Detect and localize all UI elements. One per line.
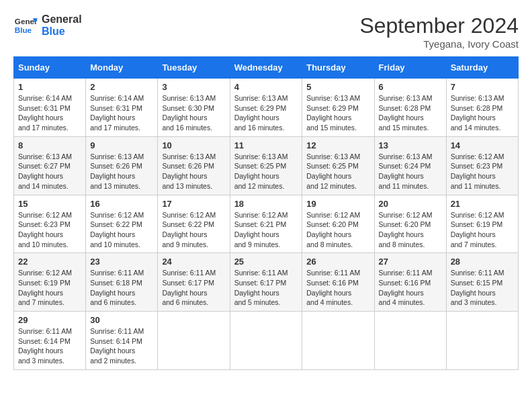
day-number: 12 xyxy=(306,140,369,150)
day-info: Sunrise: 6:13 AM Sunset: 6:27 PM Dayligh… xyxy=(18,152,81,191)
col-tuesday: Tuesday xyxy=(158,57,230,79)
table-row: 30 Sunrise: 6:11 AM Sunset: 6:14 PM Dayl… xyxy=(86,312,158,370)
day-number: 16 xyxy=(90,199,153,209)
day-info: Sunrise: 6:13 AM Sunset: 6:26 PM Dayligh… xyxy=(90,152,153,191)
logo: General Blue General Blue xyxy=(13,13,82,38)
day-number: 13 xyxy=(379,140,442,150)
calendar-week-row: 8 Sunrise: 6:13 AM Sunset: 6:27 PM Dayli… xyxy=(14,136,519,195)
location: Tyegana, Ivory Coast xyxy=(359,38,519,50)
col-monday: Monday xyxy=(86,57,158,79)
day-number: 4 xyxy=(234,82,298,92)
table-row: 4 Sunrise: 6:13 AM Sunset: 6:29 PM Dayli… xyxy=(230,79,302,137)
day-number: 22 xyxy=(18,257,81,267)
calendar-table: Sunday Monday Tuesday Wednesday Thursday… xyxy=(13,56,519,370)
table-row: 20 Sunrise: 6:12 AM Sunset: 6:20 PM Dayl… xyxy=(374,195,446,253)
table-row: 13 Sunrise: 6:13 AM Sunset: 6:24 PM Dayl… xyxy=(374,136,446,195)
table-row: 25 Sunrise: 6:11 AM Sunset: 6:17 PM Dayl… xyxy=(230,253,302,312)
logo-blue: Blue xyxy=(42,26,82,38)
day-number: 25 xyxy=(234,257,298,267)
day-number: 6 xyxy=(379,82,442,92)
col-friday: Friday xyxy=(374,57,446,79)
table-row: 7 Sunrise: 6:13 AM Sunset: 6:28 PM Dayli… xyxy=(446,79,518,137)
day-number: 24 xyxy=(162,257,225,267)
day-number: 26 xyxy=(306,257,369,267)
day-info: Sunrise: 6:11 AM Sunset: 6:15 PM Dayligh… xyxy=(451,268,514,308)
day-info: Sunrise: 6:13 AM Sunset: 6:29 PM Dayligh… xyxy=(306,93,369,133)
table-row: 1 Sunrise: 6:14 AM Sunset: 6:31 PM Dayli… xyxy=(14,79,86,137)
table-row: 9 Sunrise: 6:13 AM Sunset: 6:26 PM Dayli… xyxy=(86,136,158,195)
day-info: Sunrise: 6:12 AM Sunset: 6:19 PM Dayligh… xyxy=(18,268,81,308)
col-wednesday: Wednesday xyxy=(230,57,302,79)
day-number: 5 xyxy=(306,82,369,92)
day-info: Sunrise: 6:12 AM Sunset: 6:20 PM Dayligh… xyxy=(379,210,442,250)
day-number: 30 xyxy=(90,315,153,325)
svg-text:Blue: Blue xyxy=(15,26,32,34)
day-info: Sunrise: 6:12 AM Sunset: 6:23 PM Dayligh… xyxy=(18,210,81,250)
day-number: 29 xyxy=(18,315,81,325)
calendar-week-row: 1 Sunrise: 6:14 AM Sunset: 6:31 PM Dayli… xyxy=(14,79,519,137)
table-row: 15 Sunrise: 6:12 AM Sunset: 6:23 PM Dayl… xyxy=(14,195,86,253)
day-info: Sunrise: 6:11 AM Sunset: 6:14 PM Dayligh… xyxy=(90,326,153,366)
table-row: 28 Sunrise: 6:11 AM Sunset: 6:15 PM Dayl… xyxy=(446,253,518,312)
svg-text:General: General xyxy=(15,17,38,26)
page-header: General Blue General Blue September 2024… xyxy=(13,13,519,50)
table-row: 29 Sunrise: 6:11 AM Sunset: 6:14 PM Dayl… xyxy=(14,312,86,370)
table-row: 27 Sunrise: 6:11 AM Sunset: 6:16 PM Dayl… xyxy=(374,253,446,312)
day-number: 17 xyxy=(162,199,225,209)
table-row: 14 Sunrise: 6:12 AM Sunset: 6:23 PM Dayl… xyxy=(446,136,518,195)
day-info: Sunrise: 6:14 AM Sunset: 6:31 PM Dayligh… xyxy=(18,93,81,133)
table-row: 5 Sunrise: 6:13 AM Sunset: 6:29 PM Dayli… xyxy=(302,79,374,137)
day-info: Sunrise: 6:13 AM Sunset: 6:25 PM Dayligh… xyxy=(306,152,369,191)
col-thursday: Thursday xyxy=(302,57,374,79)
day-info: Sunrise: 6:13 AM Sunset: 6:28 PM Dayligh… xyxy=(379,93,442,133)
col-sunday: Sunday xyxy=(14,57,86,79)
calendar-week-row: 15 Sunrise: 6:12 AM Sunset: 6:23 PM Dayl… xyxy=(14,195,519,253)
table-row xyxy=(302,312,374,370)
table-row: 26 Sunrise: 6:11 AM Sunset: 6:16 PM Dayl… xyxy=(302,253,374,312)
day-number: 10 xyxy=(162,140,225,150)
day-number: 14 xyxy=(451,140,514,150)
table-row: 22 Sunrise: 6:12 AM Sunset: 6:19 PM Dayl… xyxy=(14,253,86,312)
day-number: 19 xyxy=(306,199,369,209)
day-number: 9 xyxy=(90,140,153,150)
day-number: 2 xyxy=(90,82,153,92)
table-row: 11 Sunrise: 6:13 AM Sunset: 6:25 PM Dayl… xyxy=(230,136,302,195)
calendar-header-row: Sunday Monday Tuesday Wednesday Thursday… xyxy=(14,57,519,79)
day-info: Sunrise: 6:11 AM Sunset: 6:17 PM Dayligh… xyxy=(234,268,298,308)
day-info: Sunrise: 6:13 AM Sunset: 6:29 PM Dayligh… xyxy=(234,93,298,133)
table-row: 10 Sunrise: 6:13 AM Sunset: 6:26 PM Dayl… xyxy=(158,136,230,195)
day-number: 11 xyxy=(234,140,298,150)
table-row xyxy=(230,312,302,370)
table-row: 19 Sunrise: 6:12 AM Sunset: 6:20 PM Dayl… xyxy=(302,195,374,253)
day-info: Sunrise: 6:13 AM Sunset: 6:26 PM Dayligh… xyxy=(162,152,225,191)
calendar-week-row: 29 Sunrise: 6:11 AM Sunset: 6:14 PM Dayl… xyxy=(14,312,519,370)
table-row: 24 Sunrise: 6:11 AM Sunset: 6:17 PM Dayl… xyxy=(158,253,230,312)
day-info: Sunrise: 6:11 AM Sunset: 6:16 PM Dayligh… xyxy=(379,268,442,308)
day-info: Sunrise: 6:12 AM Sunset: 6:20 PM Dayligh… xyxy=(306,210,369,250)
table-row: 21 Sunrise: 6:12 AM Sunset: 6:19 PM Dayl… xyxy=(446,195,518,253)
day-number: 20 xyxy=(379,199,442,209)
day-number: 23 xyxy=(90,257,153,267)
title-area: September 2024 Tyegana, Ivory Coast xyxy=(359,13,519,50)
day-info: Sunrise: 6:11 AM Sunset: 6:16 PM Dayligh… xyxy=(306,268,369,308)
calendar-week-row: 22 Sunrise: 6:12 AM Sunset: 6:19 PM Dayl… xyxy=(14,253,519,312)
day-number: 18 xyxy=(234,199,298,209)
day-number: 28 xyxy=(451,257,514,267)
col-saturday: Saturday xyxy=(446,57,518,79)
day-info: Sunrise: 6:13 AM Sunset: 6:24 PM Dayligh… xyxy=(379,152,442,191)
day-number: 7 xyxy=(451,82,514,92)
day-number: 1 xyxy=(18,82,81,92)
day-number: 8 xyxy=(18,140,81,150)
table-row: 16 Sunrise: 6:12 AM Sunset: 6:22 PM Dayl… xyxy=(86,195,158,253)
day-info: Sunrise: 6:11 AM Sunset: 6:17 PM Dayligh… xyxy=(162,268,225,308)
day-info: Sunrise: 6:11 AM Sunset: 6:18 PM Dayligh… xyxy=(90,268,153,308)
table-row xyxy=(158,312,230,370)
day-info: Sunrise: 6:12 AM Sunset: 6:19 PM Dayligh… xyxy=(451,210,514,250)
day-number: 15 xyxy=(18,199,81,209)
day-info: Sunrise: 6:11 AM Sunset: 6:14 PM Dayligh… xyxy=(18,326,81,366)
logo-icon: General Blue xyxy=(13,13,38,38)
day-number: 3 xyxy=(162,82,225,92)
day-info: Sunrise: 6:12 AM Sunset: 6:23 PM Dayligh… xyxy=(451,152,514,191)
table-row: 2 Sunrise: 6:14 AM Sunset: 6:31 PM Dayli… xyxy=(86,79,158,137)
table-row: 3 Sunrise: 6:13 AM Sunset: 6:30 PM Dayli… xyxy=(158,79,230,137)
